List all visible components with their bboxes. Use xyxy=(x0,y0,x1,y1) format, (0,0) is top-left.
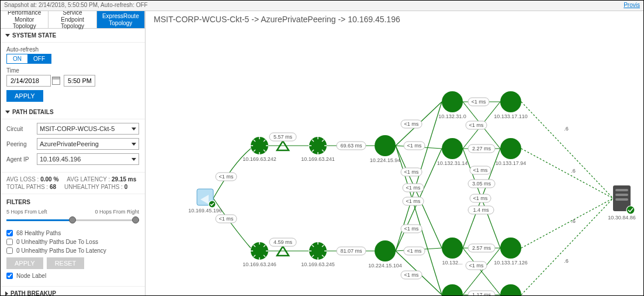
caret-down-icon xyxy=(5,34,10,37)
hop-node[interactable] xyxy=(500,91,521,112)
router-node[interactable] xyxy=(250,136,269,155)
date-input[interactable] xyxy=(6,75,51,87)
latency-label: <1 ms xyxy=(469,122,484,128)
slider-thumb-left[interactable] xyxy=(69,216,76,223)
system-state-title: SYSTEM STATE xyxy=(12,32,56,39)
chevron-down-icon xyxy=(131,143,136,146)
calendar-icon[interactable] xyxy=(52,77,60,85)
node-ip: 10.224.15.94 xyxy=(370,157,401,163)
apply-time-button[interactable]: APPLY xyxy=(6,90,43,102)
chevron-down-icon xyxy=(131,128,136,130)
avg-lat-label: AVG LATENCY : xyxy=(67,176,110,183)
latency-label: <1 ms xyxy=(406,185,421,191)
latency-label: <1 ms xyxy=(404,272,419,278)
latency-label: <1 ms xyxy=(406,198,421,204)
hop-node[interactable] xyxy=(442,138,463,159)
destination-node[interactable] xyxy=(613,185,635,214)
provis-link[interactable]: Provis xyxy=(624,2,640,9)
latency-label: 2.27 ms xyxy=(472,146,491,152)
toggle-off[interactable]: OFF xyxy=(27,54,51,63)
hop-node[interactable] xyxy=(442,91,463,112)
edge-label: .6 xyxy=(564,258,569,264)
avg-loss-value: 0.00 % xyxy=(40,176,58,183)
node-ip: 10.224.15.104 xyxy=(368,263,402,269)
latency-label: 3.05 ms xyxy=(472,181,491,187)
toggle-on[interactable]: ON xyxy=(7,54,27,63)
unh-loss-check[interactable]: 0 Unhealthy Paths Due To Loss xyxy=(6,239,139,245)
slider-thumb-right[interactable] xyxy=(132,216,139,223)
svg-line-52 xyxy=(521,198,613,248)
circuit-select[interactable]: MSIT-CORP-WCUS-Ckt-5 xyxy=(37,123,139,135)
hop-node[interactable] xyxy=(375,135,396,156)
unhealthy-label: UNHEALTHY PATHS : xyxy=(64,184,123,190)
topology-graph[interactable]: <1 ms <1 ms 10.169.63.242 5.57 ms 10.169… xyxy=(146,29,644,296)
peering-select[interactable]: AzurePrivatePeering xyxy=(37,138,139,150)
edge-label: .6 xyxy=(571,168,576,174)
unh-lat-check[interactable]: 0 Unhealthy Paths Due To Latency xyxy=(6,247,139,254)
edge-label: .6 xyxy=(571,218,576,224)
auto-refresh-label: Auto-refresh xyxy=(6,46,139,53)
total-paths-value: 68 xyxy=(50,184,56,190)
healthy-checkbox[interactable] xyxy=(6,230,13,236)
latency-label: 1.4 ms xyxy=(473,207,489,213)
latency-label: <1 ms xyxy=(407,248,422,254)
hop-node[interactable] xyxy=(442,238,463,259)
router-node[interactable] xyxy=(309,242,327,260)
hops-slider[interactable] xyxy=(6,216,139,225)
agent-select[interactable]: 10.169.45.196 xyxy=(37,153,139,165)
node-ip: 10.169.45.196 xyxy=(188,208,222,214)
healthy-check[interactable]: 68 Healthy Paths xyxy=(6,230,139,236)
node-label-text: Node Label xyxy=(16,273,46,279)
hop-node[interactable] xyxy=(500,284,521,296)
left-hops-label: 5 Hops From Left xyxy=(6,209,47,215)
filters-title: FILTERS xyxy=(6,199,139,205)
router-node[interactable] xyxy=(309,136,327,155)
tab-expressroute[interactable]: ExpressRoute Topology xyxy=(97,11,145,28)
node-ip: 10.132.31.0 xyxy=(438,113,466,119)
time-label: Time xyxy=(6,67,139,74)
latency-label: <1 ms xyxy=(219,216,234,222)
auto-refresh-toggle[interactable]: ON OFF xyxy=(6,54,51,64)
chevron-down-icon xyxy=(131,158,136,161)
path-details-title: PATH DETAILS xyxy=(12,109,54,115)
router-node[interactable] xyxy=(250,242,269,260)
filter-apply-button[interactable]: APPLY xyxy=(6,257,43,269)
latency-label: <1 ms xyxy=(404,169,419,175)
circuit-label: Circuit xyxy=(6,126,33,132)
unh-loss-checkbox[interactable] xyxy=(6,239,13,245)
filter-reset-button[interactable]: RESET xyxy=(47,257,85,269)
node-ip: 10.132... xyxy=(442,260,462,266)
latency-label: 69.63 ms xyxy=(340,143,362,149)
hop-node[interactable] xyxy=(442,284,463,296)
circuit-value: MSIT-CORP-WCUS-Ckt-5 xyxy=(40,125,115,132)
unh-lat-checkbox[interactable] xyxy=(6,247,13,254)
path-details-header[interactable]: PATH DETAILS xyxy=(1,105,145,119)
svg-line-53 xyxy=(521,198,613,295)
node-ip: 10.169.63.246 xyxy=(243,261,276,267)
latency-label: <1 ms xyxy=(404,121,419,127)
path-breakup-header[interactable]: PATH BREAKUP xyxy=(1,286,145,295)
left-panel: Performance Monitor Topology Service End… xyxy=(1,11,146,295)
system-state-body: Auto-refresh ON OFF Time APPLY xyxy=(1,43,145,105)
path-stats: AVG LOSS : 0.00 % AVG LATENCY : 29.15 ms… xyxy=(1,172,145,194)
system-state-header[interactable]: SYSTEM STATE xyxy=(1,29,145,43)
tab-service-endpoint[interactable]: Service Endpoint Topology xyxy=(49,11,96,28)
node-label-checkbox[interactable] xyxy=(6,273,13,279)
time-input[interactable] xyxy=(64,75,95,87)
node-label-check[interactable]: Node Label xyxy=(6,273,139,279)
latency-label: <1 ms xyxy=(469,263,484,269)
svg-point-5 xyxy=(309,137,327,154)
path-breakup-title: PATH BREAKUP xyxy=(11,290,56,295)
svg-point-6 xyxy=(251,242,268,260)
origin-node[interactable] xyxy=(197,189,216,208)
node-ip: 10.30.84.86 xyxy=(608,215,636,221)
tab-perf-monitor[interactable]: Performance Monitor Topology xyxy=(1,11,49,28)
agent-value: 10.169.45.196 xyxy=(40,156,81,163)
filters-section: FILTERS 5 Hops From Left 0 Hops From Rig… xyxy=(1,194,145,286)
hop-node[interactable] xyxy=(500,238,521,259)
node-ip: 10.169.63.245 xyxy=(301,261,335,267)
latency-label: <1 ms xyxy=(407,143,422,149)
hop-node[interactable] xyxy=(375,240,396,261)
svg-rect-59 xyxy=(615,198,628,201)
hop-node[interactable] xyxy=(500,138,521,159)
